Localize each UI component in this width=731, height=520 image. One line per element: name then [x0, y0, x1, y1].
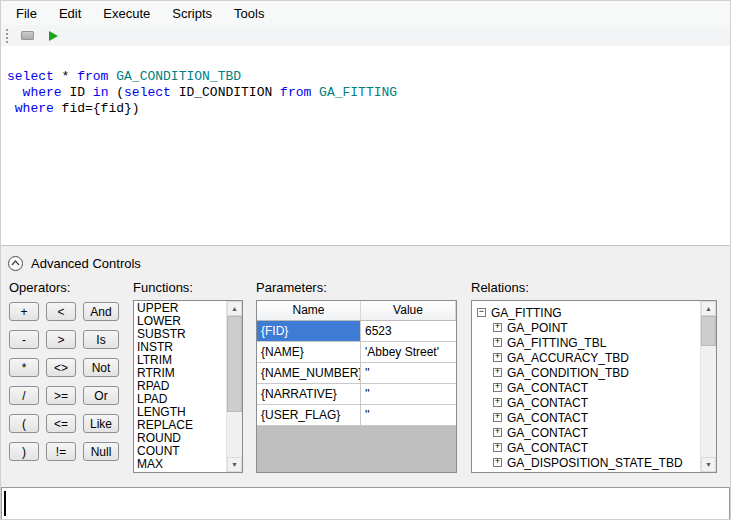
sql-token: select	[124, 85, 179, 100]
connect-icon	[21, 31, 34, 40]
toolbar	[1, 25, 730, 47]
parameters-header-row: Name Value	[257, 301, 456, 321]
function-item[interactable]: MAX	[137, 458, 226, 471]
arrow-down-icon: ▼	[705, 461, 712, 468]
operator-button[interactable]: Like	[83, 414, 119, 433]
operator-button[interactable]: <=	[46, 414, 76, 433]
tree-content: − GA_FITTING +GA_POINT +GA_FITTING_TBL +…	[477, 305, 700, 470]
operator-button[interactable]: +	[9, 302, 39, 321]
expand-icon[interactable]: +	[493, 413, 502, 422]
tree-item[interactable]: +GA_CONTACT	[477, 425, 700, 440]
connect-button[interactable]	[18, 27, 36, 44]
expand-icon[interactable]: +	[493, 428, 502, 437]
arrow-up-icon: ▲	[231, 305, 238, 312]
sql-token: (	[116, 85, 124, 100]
menu-item-tools[interactable]: Tools	[223, 1, 275, 25]
tree-item[interactable]: +GA_POINT	[477, 320, 700, 335]
tree-item[interactable]: +GA_FITTING_TBL	[477, 335, 700, 350]
menu-item-execute[interactable]: Execute	[92, 1, 161, 25]
expand-icon[interactable]: +	[493, 383, 502, 392]
operator-button[interactable]: )	[9, 442, 39, 461]
parameter-name-cell[interactable]: {FID}	[257, 321, 361, 341]
tree-item[interactable]: +GA_CONTACT	[477, 410, 700, 425]
parameter-name-cell[interactable]: {USER_FLAG}	[257, 405, 361, 425]
expand-icon[interactable]: +	[493, 398, 502, 407]
expand-icon[interactable]: +	[493, 338, 502, 347]
tree-item-label: GA_CONTACT	[507, 441, 588, 455]
collapse-icon[interactable]: −	[477, 308, 486, 317]
parameter-value-cell[interactable]: ''	[361, 405, 456, 425]
parameters-table: Name Value {FID} 6523 {NAME} 'Abbey Stre…	[256, 300, 457, 473]
parameter-name-cell[interactable]: {NAME_NUMBER}	[257, 363, 361, 383]
sql-token: where	[7, 85, 69, 100]
advanced-controls-toggle[interactable]	[8, 256, 23, 271]
parameter-value-cell[interactable]: 6523	[361, 321, 456, 341]
parameter-name-cell[interactable]: {NAME}	[257, 342, 361, 362]
expand-icon[interactable]: +	[493, 458, 502, 467]
tree-item[interactable]: +GA_ACCURACY_TBD	[477, 350, 700, 365]
column-header-value[interactable]: Value	[361, 301, 456, 320]
sql-token: where	[7, 101, 62, 116]
arrow-down-icon: ▼	[231, 461, 238, 468]
operator-button[interactable]: Is	[83, 330, 119, 349]
relations-scrollbar[interactable]: ▲ ▼	[700, 301, 716, 472]
toolbar-grip[interactable]	[6, 29, 8, 43]
operator-button[interactable]: <>	[46, 358, 76, 377]
sql-line: select * from GA_CONDITION_TBD	[7, 69, 731, 85]
parameter-row: {NAME_NUMBER} ''	[257, 363, 456, 384]
tree-item[interactable]: +GA_CONDITION_TBD	[477, 365, 700, 380]
menu-item-file[interactable]: File	[5, 1, 48, 25]
parameter-value-cell[interactable]: ''	[361, 363, 456, 383]
sql-token: ID_CONDITION	[179, 85, 280, 100]
scroll-down-button[interactable]: ▼	[227, 457, 242, 472]
parameter-value-cell[interactable]: 'Abbey Street'	[361, 342, 456, 362]
operator-button[interactable]: *	[9, 358, 39, 377]
arrow-up-icon: ▲	[705, 305, 712, 312]
parameter-row: {FID} 6523	[257, 321, 456, 342]
operator-button[interactable]: <	[46, 302, 76, 321]
scroll-up-button[interactable]: ▲	[227, 301, 242, 316]
scroll-up-button[interactable]: ▲	[701, 301, 716, 316]
sql-line: where fid={fid})	[7, 101, 731, 117]
expand-icon[interactable]: +	[493, 443, 502, 452]
menu-item-edit[interactable]: Edit	[48, 1, 92, 25]
scroll-thumb[interactable]	[227, 316, 242, 412]
operator-button[interactable]: -	[9, 330, 39, 349]
text-caret	[4, 491, 6, 516]
operator-button[interactable]: And	[83, 302, 119, 321]
operator-button[interactable]: (	[9, 414, 39, 433]
tree-item-root[interactable]: − GA_FITTING	[477, 305, 700, 320]
operators-panel: + < And - > Is * <> Not / >= Or ( <= Lik…	[9, 302, 119, 461]
functions-scrollbar[interactable]: ▲ ▼	[226, 301, 242, 472]
run-button[interactable]	[44, 27, 62, 44]
scroll-thumb[interactable]	[701, 316, 716, 346]
operators-label: Operators:	[9, 280, 70, 295]
expand-icon[interactable]: +	[493, 353, 502, 362]
message-input[interactable]	[1, 487, 730, 520]
operator-button[interactable]: >	[46, 330, 76, 349]
parameter-value-cell[interactable]: ''	[361, 384, 456, 404]
operator-button[interactable]: >=	[46, 386, 76, 405]
operator-button[interactable]: !=	[46, 442, 76, 461]
tree-item[interactable]: +GA_CONTACT	[477, 440, 700, 455]
tree-item-label: GA_CONTACT	[507, 381, 588, 395]
tree-item[interactable]: +GA_CONTACT	[477, 380, 700, 395]
scroll-down-button[interactable]: ▼	[701, 457, 716, 472]
tree-item-label: GA_DISPOSITION_STATE_TBD	[507, 456, 683, 470]
sql-editor[interactable]: select * from GA_CONDITION_TBD where ID …	[1, 46, 731, 246]
parameter-name-cell[interactable]: {NARRATIVE}	[257, 384, 361, 404]
operator-button[interactable]: Not	[83, 358, 119, 377]
expand-icon[interactable]: +	[493, 368, 502, 377]
tree-item[interactable]: +GA_DISPOSITION_STATE_TBD	[477, 455, 700, 470]
tree-item[interactable]: +GA_CONTACT	[477, 395, 700, 410]
menu-item-scripts[interactable]: Scripts	[161, 1, 223, 25]
operator-button[interactable]: Or	[83, 386, 119, 405]
sql-token: *	[54, 69, 77, 84]
column-header-name[interactable]: Name	[257, 301, 361, 320]
sql-token: ID	[69, 85, 92, 100]
expand-icon[interactable]: +	[493, 323, 502, 332]
sql-token: from	[77, 69, 116, 84]
parameter-row: {NARRATIVE} ''	[257, 384, 456, 405]
operator-button[interactable]: Null	[83, 442, 119, 461]
operator-button[interactable]: /	[9, 386, 39, 405]
